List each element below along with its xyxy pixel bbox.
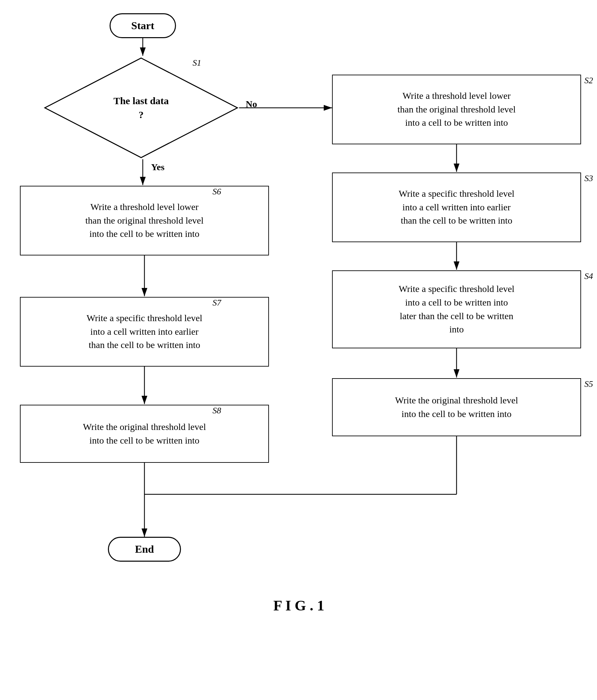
end-label: End bbox=[135, 543, 154, 555]
s7-box: Write a specific threshold levelinto a c… bbox=[20, 297, 269, 367]
s7-label: S7 bbox=[213, 298, 221, 308]
figure-label: F I G . 1 bbox=[199, 597, 399, 614]
s3-label: S3 bbox=[584, 174, 593, 183]
s3-text: Write a specific threshold levelinto a c… bbox=[399, 187, 515, 228]
s8-label: S8 bbox=[213, 406, 221, 416]
s6-label: S6 bbox=[213, 187, 221, 197]
s5-box: Write the original threshold levelinto t… bbox=[332, 378, 581, 436]
s4-label: S4 bbox=[584, 271, 593, 281]
s5-text: Write the original threshold levelinto t… bbox=[395, 394, 518, 421]
s4-text: Write a specific threshold levelinto a c… bbox=[399, 282, 515, 336]
start-label: Start bbox=[131, 20, 154, 32]
s7-text: Write a specific threshold levelinto a c… bbox=[87, 311, 202, 352]
no-label: No bbox=[246, 99, 257, 109]
s1-label: S1 bbox=[193, 58, 201, 68]
start-node: Start bbox=[110, 13, 176, 38]
yes-label: Yes bbox=[151, 162, 164, 173]
s5-label: S5 bbox=[584, 379, 593, 389]
s8-box: Write the original threshold levelinto t… bbox=[20, 405, 269, 463]
s2-label: S2 bbox=[584, 76, 593, 85]
end-node: End bbox=[108, 537, 181, 562]
s8-text: Write the original threshold levelinto t… bbox=[83, 420, 206, 447]
s6-text: Write a threshold level lowerthan the or… bbox=[85, 200, 204, 241]
diamond-text: The last data? bbox=[114, 94, 169, 122]
s4-box: Write a specific threshold levelinto a c… bbox=[332, 270, 581, 348]
s6-box: Write a threshold level lowerthan the or… bbox=[20, 186, 269, 255]
s3-box: Write a specific threshold levelinto a c… bbox=[332, 173, 581, 242]
decision-diamond: The last data? bbox=[43, 56, 239, 159]
s2-text: Write a threshold level lowerthan the or… bbox=[398, 89, 516, 130]
s2-box: Write a threshold level lowerthan the or… bbox=[332, 75, 581, 144]
